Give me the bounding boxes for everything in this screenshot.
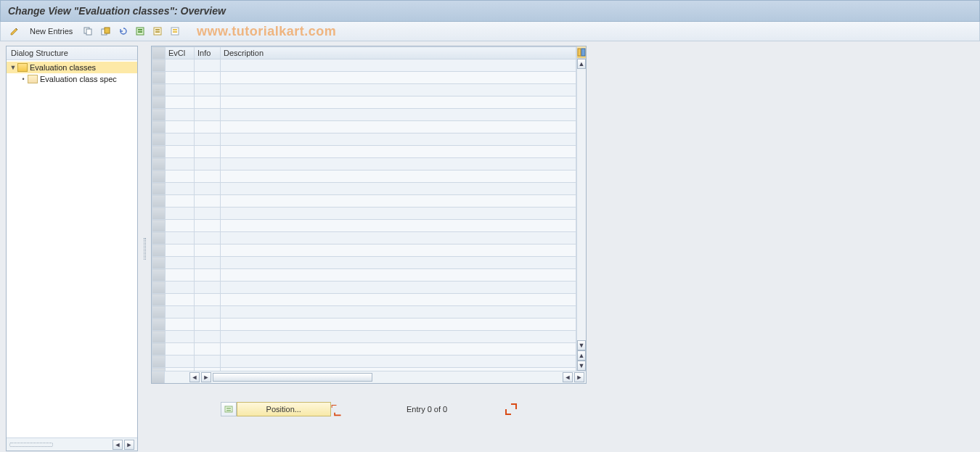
table-row[interactable] xyxy=(152,158,576,170)
cell-evcl[interactable] xyxy=(166,96,195,109)
cell-info[interactable] xyxy=(195,121,221,133)
cell-evcl[interactable] xyxy=(166,133,195,146)
table-row[interactable] xyxy=(152,306,576,319)
cell-info[interactable] xyxy=(195,306,221,319)
select-block-icon[interactable] xyxy=(151,25,164,38)
row-selector[interactable] xyxy=(152,245,166,257)
scroll-left-icon[interactable]: ◄ xyxy=(113,440,123,450)
table-row[interactable] xyxy=(152,282,576,294)
hscroll-left-icon[interactable]: ◄ xyxy=(189,372,200,382)
cell-description[interactable] xyxy=(221,356,576,368)
cell-info[interactable] xyxy=(195,294,221,306)
hscroll-right-icon[interactable]: ► xyxy=(574,372,584,382)
row-selector[interactable] xyxy=(152,343,166,356)
row-selector[interactable] xyxy=(152,331,166,343)
cell-evcl[interactable] xyxy=(166,220,195,232)
column-header-info[interactable]: Info xyxy=(195,47,221,59)
table-row[interactable] xyxy=(152,257,576,269)
cell-description[interactable] xyxy=(221,220,576,232)
cell-info[interactable] xyxy=(195,59,221,72)
cell-info[interactable] xyxy=(195,356,221,368)
cell-evcl[interactable] xyxy=(166,331,195,343)
row-selector[interactable] xyxy=(152,72,166,84)
cell-evcl[interactable] xyxy=(166,343,195,356)
table-row[interactable] xyxy=(152,331,576,343)
tree-expand-icon[interactable]: ▼ xyxy=(9,64,17,71)
cell-info[interactable] xyxy=(195,319,221,331)
cell-info[interactable] xyxy=(195,146,221,158)
cell-evcl[interactable] xyxy=(166,59,195,72)
hscroll-track[interactable] xyxy=(213,373,372,382)
cell-info[interactable] xyxy=(195,195,221,207)
cell-description[interactable] xyxy=(221,331,576,343)
hscroll-left-end-icon[interactable]: ◄ xyxy=(563,372,573,382)
table-row[interactable] xyxy=(152,269,576,282)
table-row[interactable] xyxy=(152,294,576,306)
cell-info[interactable] xyxy=(195,96,221,109)
cell-info[interactable] xyxy=(195,220,221,232)
row-selector[interactable] xyxy=(152,170,166,183)
row-selector[interactable] xyxy=(152,183,166,195)
scroll-down-icon[interactable]: ▼ xyxy=(577,340,586,350)
cell-description[interactable] xyxy=(221,343,576,356)
column-header-evcl[interactable]: EvCl xyxy=(166,47,195,59)
cell-info[interactable] xyxy=(195,257,221,269)
table-row[interactable] xyxy=(152,183,576,195)
row-selector[interactable] xyxy=(152,282,166,294)
cell-description[interactable] xyxy=(221,72,576,84)
cell-info[interactable] xyxy=(195,232,221,245)
table-row[interactable] xyxy=(152,59,576,72)
row-selector[interactable] xyxy=(152,257,166,269)
cell-description[interactable] xyxy=(221,282,576,294)
cell-evcl[interactable] xyxy=(166,269,195,282)
cell-info[interactable] xyxy=(195,84,221,96)
column-header-description[interactable]: Description xyxy=(221,47,576,59)
cell-description[interactable] xyxy=(221,269,576,282)
cell-evcl[interactable] xyxy=(166,121,195,133)
row-selector[interactable] xyxy=(152,133,166,146)
table-row[interactable] xyxy=(152,72,576,84)
cell-description[interactable] xyxy=(221,319,576,331)
cell-evcl[interactable] xyxy=(166,109,195,121)
table-row[interactable] xyxy=(152,207,576,220)
cell-evcl[interactable] xyxy=(166,146,195,158)
delete-icon[interactable] xyxy=(99,25,112,38)
row-selector[interactable] xyxy=(152,158,166,170)
cell-description[interactable] xyxy=(221,146,576,158)
row-selector[interactable] xyxy=(152,84,166,96)
cell-evcl[interactable] xyxy=(166,72,195,84)
cell-description[interactable] xyxy=(221,257,576,269)
cell-evcl[interactable] xyxy=(166,232,195,245)
row-selector[interactable] xyxy=(152,109,166,121)
row-selector[interactable] xyxy=(152,269,166,282)
table-row[interactable] xyxy=(152,220,576,232)
table-row[interactable] xyxy=(152,133,576,146)
table-row[interactable] xyxy=(152,96,576,109)
row-selector[interactable] xyxy=(152,121,166,133)
row-selector[interactable] xyxy=(152,96,166,109)
cell-description[interactable] xyxy=(221,84,576,96)
cell-description[interactable] xyxy=(221,96,576,109)
evaluation-classes-table[interactable]: EvCl Info Description xyxy=(152,46,576,371)
table-row[interactable] xyxy=(152,245,576,257)
row-selector[interactable] xyxy=(152,294,166,306)
scroll-page-down-icon[interactable]: ▼ xyxy=(577,361,586,371)
cell-description[interactable] xyxy=(221,232,576,245)
cell-description[interactable] xyxy=(221,170,576,183)
cell-description[interactable] xyxy=(221,59,576,72)
table-row[interactable] xyxy=(152,232,576,245)
cell-description[interactable] xyxy=(221,306,576,319)
tree-node-evaluation-classes[interactable]: ▼ Evaluation classes xyxy=(7,62,137,73)
sidebar-resize-handle[interactable] xyxy=(9,443,53,447)
scroll-up-icon[interactable]: ▲ xyxy=(577,59,586,69)
cell-evcl[interactable] xyxy=(166,207,195,220)
cell-description[interactable] xyxy=(221,207,576,220)
cell-evcl[interactable] xyxy=(166,294,195,306)
scroll-page-up-icon[interactable]: ▲ xyxy=(577,350,586,361)
dialog-structure-tree[interactable]: ▼ Evaluation classes • Evaluation class … xyxy=(7,60,137,437)
cell-description[interactable] xyxy=(221,245,576,257)
cell-info[interactable] xyxy=(195,133,221,146)
cell-evcl[interactable] xyxy=(166,158,195,170)
cell-evcl[interactable] xyxy=(166,170,195,183)
cell-info[interactable] xyxy=(195,170,221,183)
